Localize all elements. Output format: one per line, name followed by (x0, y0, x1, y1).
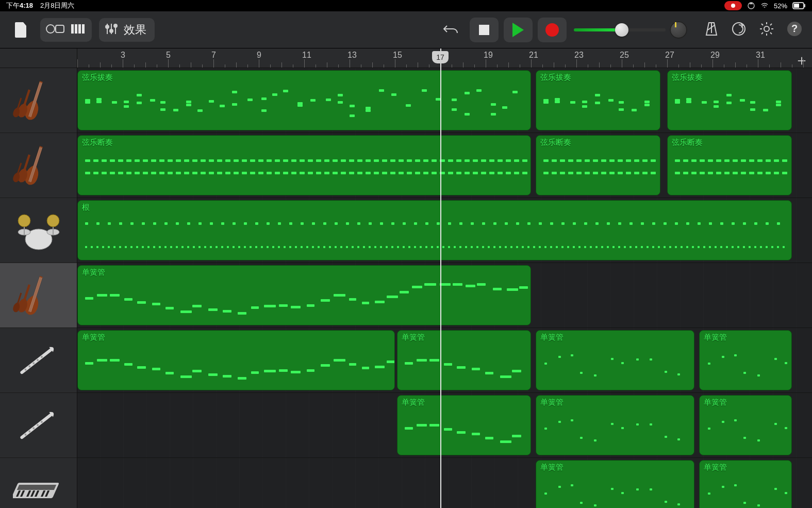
svg-rect-8 (78, 24, 81, 34)
track-row[interactable]: 弦乐断奏弦乐断奏弦乐断奏 (77, 133, 812, 198)
track-row[interactable]: 单簧管单簧管 (77, 458, 812, 508)
track-row[interactable]: 单簧管 (77, 263, 812, 328)
midi-region[interactable]: 单簧管 (699, 330, 792, 390)
svg-rect-3 (804, 4, 805, 7)
region-label: 单簧管 (704, 333, 727, 342)
midi-region[interactable]: 单簧管 (77, 330, 395, 390)
instrument-icon (13, 77, 64, 124)
midi-region[interactable]: 弦乐拔奏 (667, 70, 792, 130)
track-header[interactable] (0, 458, 77, 508)
instrument-icon (13, 207, 64, 254)
midi-region[interactable]: 弦乐拔奏 (77, 70, 531, 130)
midi-region[interactable]: 弦乐断奏 (667, 135, 792, 195)
settings-button[interactable] (758, 21, 775, 39)
loop-browser-button[interactable] (731, 21, 747, 39)
ruler-bar-label: 23 (574, 51, 584, 60)
midi-region[interactable]: 根 (77, 200, 792, 260)
svg-rect-2 (794, 4, 799, 8)
svg-point-4 (46, 25, 55, 33)
ruler-bar-label: 21 (529, 51, 538, 60)
track-header[interactable] (0, 393, 77, 458)
tracks-arrange-area[interactable]: 弦乐拔奏弦乐拔奏弦乐拔奏弦乐断奏弦乐断奏弦乐断奏根单簧管单簧管单簧管单簧管单簧管… (77, 68, 812, 508)
mixer-effects-group: 效果 (99, 18, 155, 42)
instrument-icon (13, 142, 64, 189)
region-label: 弦乐拔奏 (540, 73, 571, 83)
region-label: 单簧管 (402, 333, 425, 342)
ios-status-bar: 下午4:18 2月8日周六 52% (0, 0, 812, 11)
midi-region[interactable]: 单簧管 (699, 395, 792, 455)
instrument-icon (13, 272, 64, 319)
play-button[interactable] (504, 18, 533, 42)
battery-percent: 52% (774, 2, 787, 10)
region-label: 弦乐断奏 (82, 138, 113, 148)
track-header[interactable] (0, 133, 77, 198)
midi-region[interactable]: 单簧管 (397, 395, 531, 455)
midi-region[interactable]: 单簧管 (699, 460, 792, 508)
midi-region[interactable]: 单簧管 (536, 330, 694, 390)
region-label: 单簧管 (82, 268, 105, 277)
track-header[interactable] (0, 68, 77, 133)
playhead-marker[interactable]: 17 (432, 51, 449, 63)
track-row[interactable]: 单簧管单簧管单簧管 (77, 393, 812, 458)
track-header[interactable] (0, 263, 77, 328)
track-headers-column (0, 48, 77, 508)
help-button[interactable]: ? (786, 21, 803, 39)
region-label: 单簧管 (82, 333, 105, 342)
instrument-icon (13, 402, 64, 449)
ruler-bar-label: 31 (756, 51, 765, 60)
region-label: 单簧管 (402, 398, 425, 407)
stop-button[interactable] (470, 18, 499, 42)
track-row[interactable]: 弦乐拔奏弦乐拔奏弦乐拔奏 (77, 68, 812, 133)
record-button[interactable] (538, 18, 567, 42)
ruler-bar-label: 29 (710, 51, 720, 60)
screen-record-indicator[interactable] (724, 1, 742, 10)
master-volume-slider[interactable] (574, 21, 687, 39)
tracks-view-button[interactable] (45, 22, 66, 38)
keyboard-view-button[interactable] (71, 22, 87, 38)
midi-region[interactable]: 弦乐断奏 (77, 135, 531, 195)
volume-thumb[interactable] (615, 23, 628, 37)
timeline-area[interactable]: ＋ 35791113151719212325272931 17 弦乐拔奏弦乐拔奏… (77, 48, 812, 508)
region-label: 单簧管 (540, 463, 564, 472)
battery-icon (792, 2, 806, 9)
midi-region[interactable]: 单簧管 (536, 395, 694, 455)
track-row[interactable]: 根 (77, 198, 812, 263)
undo-button[interactable] (439, 18, 462, 42)
track-header[interactable] (0, 328, 77, 393)
svg-point-15 (114, 24, 117, 27)
orientation-lock-icon (747, 2, 755, 10)
midi-region[interactable]: 弦乐拔奏 (536, 70, 660, 130)
track-row[interactable]: 单簧管单簧管单簧管单簧管 (77, 328, 812, 393)
midi-region[interactable]: 单簧管 (397, 330, 531, 390)
ruler-bar-label: 25 (620, 51, 629, 60)
view-mode-group (40, 18, 92, 42)
midi-region[interactable]: 单簧管 (536, 460, 694, 508)
region-label: 弦乐断奏 (672, 138, 703, 148)
svg-point-17 (764, 26, 769, 31)
svg-rect-5 (56, 25, 64, 32)
effects-button[interactable]: 效果 (124, 22, 150, 38)
track-header[interactable] (0, 198, 77, 263)
ruler-bar-label: 13 (347, 51, 357, 60)
svg-rect-7 (75, 24, 77, 34)
midi-region[interactable]: 单簧管 (77, 265, 531, 325)
playhead-line[interactable] (440, 48, 441, 508)
mixer-button[interactable] (104, 22, 119, 38)
region-label: 弦乐拔奏 (82, 73, 113, 83)
ruler-bar-label: 3 (121, 51, 125, 60)
master-knob[interactable] (670, 21, 687, 39)
region-label: 弦乐拔奏 (672, 73, 703, 83)
ruler-bar-label: 15 (393, 51, 402, 60)
ruler-bar-label: 19 (484, 51, 493, 60)
svg-point-14 (110, 29, 113, 32)
region-label: 弦乐断奏 (540, 138, 571, 148)
svg-rect-9 (82, 24, 85, 34)
region-label: 单簧管 (704, 398, 727, 407)
instrument-icon (13, 337, 64, 384)
metronome-button[interactable] (704, 21, 719, 39)
svg-point-13 (106, 25, 109, 28)
instrument-icon (13, 467, 64, 509)
my-songs-button[interactable] (9, 18, 33, 42)
add-track-button[interactable]: ＋ (794, 51, 809, 70)
midi-region[interactable]: 弦乐断奏 (536, 135, 660, 195)
